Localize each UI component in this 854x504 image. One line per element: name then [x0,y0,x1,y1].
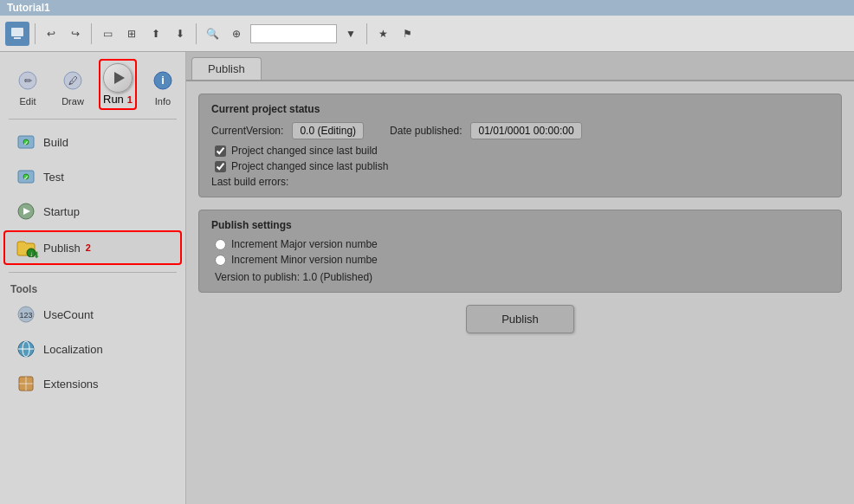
toolbar-btn3[interactable]: ⬆ [146,23,166,44]
publish-folder-icon: ↓ [16,237,36,258]
run-btn-wrapper[interactable]: Run1 [99,59,137,110]
edit-label: Edit [20,96,36,107]
usecount-icon: 123 [16,304,36,325]
info-icon: i [149,67,177,94]
sidebar-icon-row: ✏ Edit 🖊 Draw Run1 [0,52,185,113]
svg-text:123: 123 [19,311,32,320]
svg-text:✓: ✓ [23,174,29,182]
run-step: 1 [127,94,133,105]
redo-button[interactable]: ↪ [65,23,86,44]
sidebar-item-publish[interactable]: ↓ Publish 2 [3,230,182,265]
app-icon [5,22,29,46]
svg-text:🖊: 🖊 [68,75,78,86]
radio-row1: Increment Major version numbe [215,238,829,250]
startup-label: Startup [43,205,80,218]
increment-major-radio[interactable] [215,239,226,250]
run-circle [103,63,133,93]
last-build-label: Last build errors: [211,176,829,188]
current-version-label: CurrentVersion: [211,125,283,137]
checkbox-row2: Project changed since last publish [215,160,829,172]
test-icon: ✓ [16,166,36,187]
increment-minor-label: Increment Minor version numbe [231,254,378,266]
title-bar: Tutorial1 [0,0,854,16]
status-section-title: Current project status [211,103,829,115]
svg-text:i: i [161,74,165,87]
edit-icon: ✏ [14,67,42,94]
current-version-value: 0.0 (Editing) [292,122,364,139]
undo-button[interactable]: ↩ [41,23,61,44]
svg-text:✏: ✏ [24,75,33,86]
toolbar-btn2[interactable]: ⊞ [121,23,142,44]
sidebar-item-usecount[interactable]: 123 UseCount [5,299,180,330]
toolbar-btn4[interactable]: ⬇ [170,23,191,44]
toolbar-btn1[interactable]: ▭ [97,23,118,44]
project-changed-publish-label: Project changed since last publish [231,160,388,172]
date-published-label: Date published: [390,125,462,137]
content-area: Publish Current project status CurrentVe… [186,52,854,504]
main-layout: ✏ Edit 🖊 Draw Run1 [0,52,854,504]
sidebar-item-edit[interactable]: ✏ Edit [9,63,47,110]
publish-btn-row: Publish [198,305,842,333]
startup-icon [16,201,36,222]
sidebar-item-extensions[interactable]: Extensions [5,368,180,399]
main-panel: Current project status CurrentVersion: 0… [186,81,854,504]
toolbar-extra1[interactable]: ▼ [340,23,361,44]
search-input[interactable] [250,24,337,43]
publish-button[interactable]: Publish [466,305,574,333]
radio-row2: Increment Minor version numbe [215,254,829,266]
tab-bar: Publish [186,52,854,81]
svg-text:↓: ↓ [29,250,33,257]
svg-text:✓: ✓ [23,139,29,147]
settings-section-title: Publish settings [211,219,829,231]
project-changed-build-checkbox[interactable] [215,145,226,157]
publish-sidebar-label: Publish [43,242,81,255]
date-published-value: 01/01/0001 00:00:00 [470,122,581,139]
sidebar-divider2 [9,272,177,273]
toolbar-separator [35,23,36,44]
increment-minor-radio[interactable] [215,255,226,266]
run-label: Run1 [103,93,133,106]
localization-icon [16,339,36,359]
tab-publish[interactable]: Publish [191,57,262,80]
zoom-btn[interactable]: ⊕ [226,23,247,44]
usecount-label: UseCount [43,308,94,321]
toolbar-separator2 [91,23,92,44]
tools-section-label: Tools [0,278,185,297]
toolbar-flag[interactable]: ⚑ [397,23,417,44]
sidebar-item-test[interactable]: ✓ Test [5,161,180,192]
window-title: Tutorial1 [7,2,50,14]
increment-major-label: Increment Major version numbe [231,238,378,250]
extensions-icon [16,373,36,394]
draw-icon: 🖊 [59,67,87,94]
draw-label: Draw [61,96,84,107]
sidebar-item-draw[interactable]: 🖊 Draw [54,63,92,110]
sidebar-item-info[interactable]: i Info [144,63,182,110]
info-label: Info [155,96,171,107]
project-changed-publish-checkbox[interactable] [215,161,226,172]
build-icon: ✓ [16,132,36,152]
checkbox-row1: Project changed since last build [215,145,829,157]
settings-section: Publish settings Increment Major version… [198,210,842,293]
svg-rect-1 [14,37,21,39]
project-changed-build-label: Project changed since last build [231,145,378,157]
version-to-publish: Version to publish: 1.0 (Published) [215,271,829,283]
toolbar: ↩ ↪ ▭ ⊞ ⬆ ⬇ 🔍 ⊕ ▼ ★ ⚑ [0,16,854,52]
sidebar-item-build[interactable]: ✓ Build [5,126,180,158]
toolbar-star[interactable]: ★ [372,23,393,44]
status-section: Current project status CurrentVersion: 0… [198,94,842,197]
test-label: Test [43,171,64,184]
toolbar-separator3 [196,23,197,44]
sidebar-divider1 [9,119,177,120]
sidebar-item-startup[interactable]: Startup [5,196,180,227]
sidebar: ✏ Edit 🖊 Draw Run1 [0,52,186,504]
version-row: CurrentVersion: 0.0 (Editing) Date publi… [211,122,829,139]
extensions-label: Extensions [43,378,99,391]
build-label: Build [43,136,68,149]
sidebar-item-localization[interactable]: Localization [5,333,180,365]
toolbar-separator4 [366,23,367,44]
search-icon-btn[interactable]: 🔍 [202,23,223,44]
svg-rect-0 [11,28,23,36]
publish-step: 2 [86,242,91,253]
localization-label: Localization [43,343,103,356]
